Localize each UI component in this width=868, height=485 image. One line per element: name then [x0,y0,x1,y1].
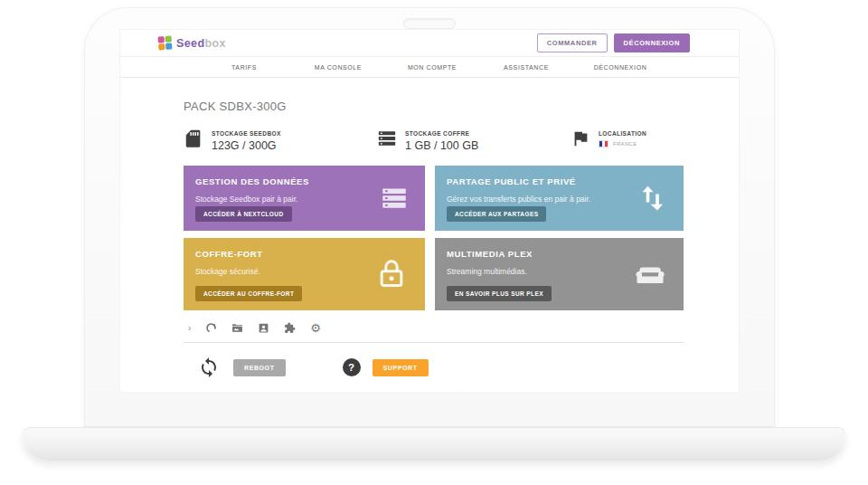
actions-row: REBOOT ? SUPPORT [184,357,739,378]
acceder-coffre-fort-button[interactable]: ACCÉDER AU COFFRE-FORT [195,286,302,301]
support-button[interactable]: SUPPORT [373,359,429,376]
nav-item-assistance[interactable]: ASSISTANCE [479,64,573,71]
page-title: PACK SDBX-300G [184,100,739,113]
commander-button[interactable]: COMMANDER [537,33,608,52]
stat-stockage-seedbox: STOCKAGE SEEDBOX 123G / 300G [184,128,377,152]
card-coffre-fort: COFFRE-FORT Stockage sécurisé. ACCÉDER A… [184,238,425,310]
seedbox-logo[interactable]: Seedbox [158,36,226,50]
deconnexion-button[interactable]: DÉCONNEXION [614,33,690,52]
media-folder-icon[interactable] [231,322,243,334]
chevron-right-icon[interactable]: › [188,324,191,333]
reboot-button[interactable]: REBOOT [233,359,286,376]
dashboard-content: PACK SDBX-300G STOCKAGE SEEDBOX 123G / 3… [120,100,739,378]
seedbox-logo-icon [157,35,172,50]
laptop-camera [403,18,456,29]
stat-label: LOCALISATION [599,128,646,137]
nav-item-deconnexion[interactable]: DÉCONNEXION [573,64,667,71]
main-nav: TARIFS MA CONSOLE MON COMPTE ASSISTANCE … [120,57,739,78]
plex-info-button[interactable]: EN SAVOIR PLUS SUR PLEX [447,286,552,301]
france-flag-icon [599,140,609,147]
card-gestion-des-donnees: GESTION DES DONNÉES Stockage Seedbox pai… [184,166,425,231]
sd-card-icon [184,128,203,148]
couch-icon [632,256,668,292]
transfer-arrows-icon [636,182,668,214]
stat-value: 123G / 300G [212,139,281,152]
stat-label: STOCKAGE COFFRE [405,128,478,137]
storage-stack-icon [379,183,410,214]
acceder-nextcloud-button[interactable]: ACCÉDER À NEXTCLOUD [195,206,292,222]
card-partage-public-prive: PARTAGE PUBLIC ET PRIVÉ Gérez vos transf… [435,166,684,231]
settings-gear-icon[interactable]: ⚙ [310,322,321,334]
stat-stockage-coffre: STOCKAGE COFFRE 1 GB / 100 GB [377,128,571,152]
flag-icon [571,128,590,148]
stat-localisation: LOCALISATION FRANCE [571,128,646,152]
divider [184,342,684,343]
stat-label: STOCKAGE SEEDBOX [212,128,281,137]
help-icon[interactable]: ? [343,358,361,376]
lock-icon [373,256,410,292]
reboot-sync-icon[interactable] [198,357,220,378]
seedbox-logo-text: Seedbox [176,37,226,50]
nav-item-ma-console[interactable]: MA CONSOLE [291,64,385,71]
laptop-base [23,427,845,461]
acceder-partages-button[interactable]: ACCÉDER AUX PARTAGES [447,206,546,222]
stat-country: FRANCE [613,141,637,147]
stat-value: 1 GB / 100 GB [405,139,478,152]
page: Seedbox COMMANDER DÉCONNEXION TARIFS MA … [0,0,868,485]
data-usage-icon[interactable] [205,322,217,334]
stats-row: STOCKAGE SEEDBOX 123G / 300G [184,128,690,152]
storage-icon [377,128,397,148]
browser-screen: Seedbox COMMANDER DÉCONNEXION TARIFS MA … [120,30,739,392]
card-multimedia-plex: MULTIMEDIA PLEX Streaming multimédias. E… [435,238,684,310]
nav-item-tarifs[interactable]: TARIFS [197,64,291,71]
account-box-icon[interactable] [258,322,269,334]
extension-icon[interactable] [284,322,296,334]
quick-toolbar: › ⚙ [184,322,684,334]
feature-cards: GESTION DES DONNÉES Stockage Seedbox pai… [184,166,684,310]
nav-item-mon-compte[interactable]: MON COMPTE [385,64,479,71]
app-header: Seedbox COMMANDER DÉCONNEXION [120,30,739,57]
